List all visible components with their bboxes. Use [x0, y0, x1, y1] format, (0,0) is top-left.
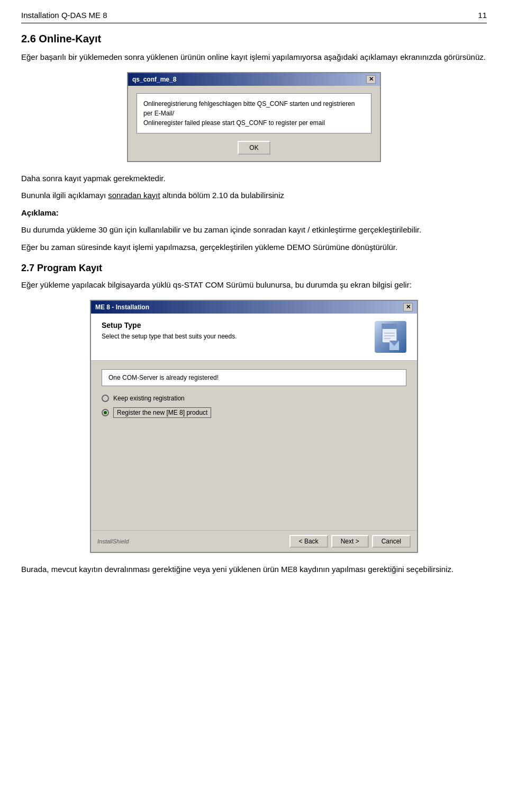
- note-extra: Eğer bu zaman süresinde kayıt işlemi yap…: [21, 242, 487, 254]
- radio-item-register: Register the new [ME 8] product: [102, 407, 406, 418]
- radio-group: Keep existing registration Register the …: [102, 395, 406, 418]
- note-body: Bu durumda yükleme 30 gün için kullanıla…: [21, 224, 487, 236]
- back-button[interactable]: < Back: [289, 535, 328, 548]
- qs-conf-close-button[interactable]: ✕: [366, 75, 376, 84]
- me8-header-text: Setup Type Select the setup type that be…: [102, 321, 237, 341]
- me8-header-area: Setup Type Select the setup type that be…: [91, 314, 417, 361]
- next-button[interactable]: Next >: [331, 535, 369, 548]
- section-27: 2.7 Program Kayıt Eğer yükleme yapılacak…: [21, 263, 487, 575]
- section-27-intro: Eğer yükleme yapılacak bilgisayarda yükl…: [21, 279, 487, 291]
- qs-conf-message: Onlineregistrierung fehlgeschlagen bitte…: [137, 93, 371, 133]
- qs-conf-titlebar: qs_conf_me_8 ✕: [128, 73, 380, 86]
- radio-keep-label: Keep existing registration: [113, 395, 185, 402]
- me8-close-button[interactable]: ✕: [403, 303, 413, 311]
- qs-conf-message-line1: Onlineregistrierung fehlgeschlagen bitte…: [143, 99, 365, 118]
- me8-titlebar: ME 8 - Installation ✕: [91, 301, 417, 314]
- qs-conf-body: Onlineregistrierung fehlgeschlagen bitte…: [128, 86, 380, 161]
- cancel-button[interactable]: Cancel: [372, 535, 411, 548]
- footer-buttons: < Back Next > Cancel: [289, 535, 411, 548]
- setup-icon: [375, 321, 406, 353]
- section-26-intro: Eğer başarılı bir yüklemeden sonra yükle…: [21, 51, 487, 64]
- link-paragraph: Bununla ilgili açıklamayı sonradan kayıt…: [21, 190, 487, 202]
- section-27-after: Burada, mevcut kayıtın devralınması gere…: [21, 564, 487, 576]
- section-27-heading: 2.7 Program Kayıt: [21, 263, 487, 274]
- link-text-after: altında bölüm 2.10 da bulabilirsiniz: [160, 191, 284, 200]
- section-26: 2.6 Online-Kayıt Eğer başarılı bir yükle…: [21, 33, 487, 253]
- svg-rect-1: [382, 324, 397, 329]
- section-26-heading: 2.6 Online-Kayıt: [21, 33, 487, 45]
- qs-conf-title: qs_conf_me_8: [132, 76, 176, 83]
- link-text-before: Bununla ilgili açıklamayı: [21, 191, 108, 200]
- radio-item-keep: Keep existing registration: [102, 395, 406, 402]
- me8-title: ME 8 - Installation: [95, 304, 149, 311]
- me8-install-dialog: ME 8 - Installation ✕ Setup Type Select …: [90, 300, 418, 553]
- setup-type-heading: Setup Type: [102, 321, 237, 329]
- page-title: Installation Q-DAS ME 8: [21, 11, 107, 20]
- me8-body: Setup Type Select the setup type that be…: [91, 314, 417, 552]
- note-label: Açıklama:: [21, 207, 487, 219]
- qs-conf-buttons: OK: [137, 141, 371, 155]
- page-header: Installation Q-DAS ME 8 11: [21, 11, 487, 23]
- radio-keep-icon[interactable]: [102, 395, 109, 402]
- me8-content: One COM-Server is already registered! Ke…: [91, 361, 417, 530]
- com-notice: One COM-Server is already registered!: [102, 369, 406, 386]
- radio-register-icon[interactable]: [102, 409, 109, 416]
- radio-register-label: Register the new [ME 8] product: [113, 407, 211, 418]
- installshield-label: InstallShield: [97, 538, 129, 545]
- qs-conf-ok-button[interactable]: OK: [238, 141, 270, 155]
- qs-conf-message-line2: Onlineregister failed please start QS_CO…: [143, 118, 365, 128]
- me8-footer: InstallShield < Back Next > Cancel: [91, 530, 417, 552]
- sonradan-kayit-link[interactable]: sonradan kayıt: [108, 191, 160, 200]
- aciklama-label: Açıklama:: [21, 208, 59, 217]
- after-dialog-text: Daha sonra kayıt yapmak gerekmektedir.: [21, 173, 487, 185]
- setup-type-subtitle: Select the setup type that best suits yo…: [102, 332, 237, 341]
- qs-conf-dialog: qs_conf_me_8 ✕ Onlineregistrierung fehlg…: [127, 72, 381, 162]
- page-number: 11: [478, 11, 487, 20]
